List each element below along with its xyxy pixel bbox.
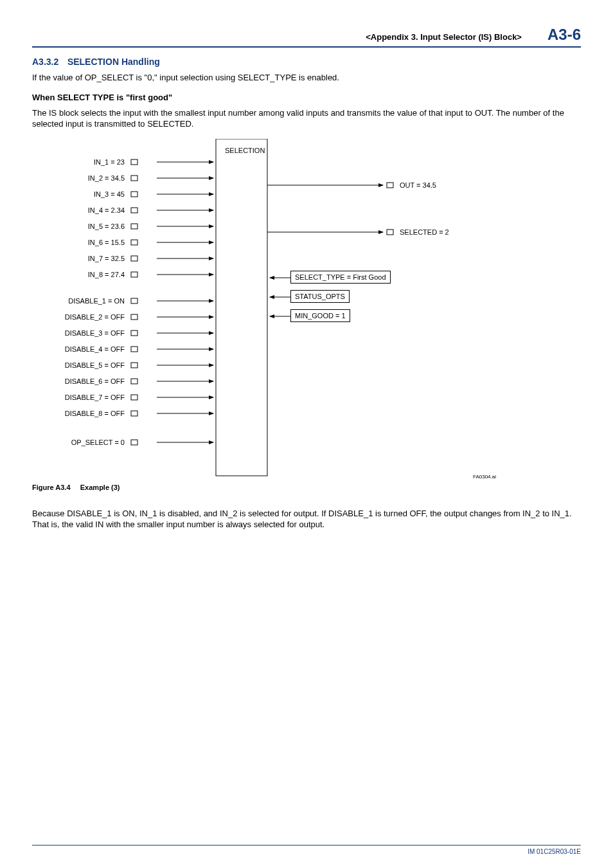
svg-rect-36 xyxy=(387,183,393,188)
disable-5-label: DISABLE_5 = OFF xyxy=(48,361,125,369)
header-page-number: A3-6 xyxy=(547,26,581,44)
svg-rect-15 xyxy=(131,272,138,277)
svg-rect-29 xyxy=(131,395,138,400)
intro-paragraph: If the value of OP_SELECT is "0," input … xyxy=(32,72,581,84)
selected-label: SELECTED = 2 xyxy=(400,228,449,236)
svg-rect-0 xyxy=(216,139,267,476)
selection-box-label: SELECTION xyxy=(225,147,265,154)
disable-6-label: DISABLE_6 = OFF xyxy=(48,377,125,385)
svg-rect-38 xyxy=(387,230,393,235)
svg-rect-25 xyxy=(131,363,138,368)
in-4-label: IN_4 = 2.34 xyxy=(48,206,125,214)
disable-1-label: DISABLE_1 = ON xyxy=(48,297,125,305)
image-reference: FA0304.ai xyxy=(473,474,496,480)
disable-8-label: DISABLE_8 = OFF xyxy=(48,410,125,417)
svg-rect-5 xyxy=(131,192,138,197)
svg-rect-21 xyxy=(131,330,138,336)
svg-rect-17 xyxy=(131,298,138,303)
min-good-box: MIN_GOOD = 1 xyxy=(290,309,350,322)
status-opts-box: STATUS_OPTS xyxy=(290,290,350,303)
section-title: SELECTION Handling xyxy=(67,57,160,67)
disable-3-label: DISABLE_3 = OFF xyxy=(48,329,125,337)
in-6-label: IN_6 = 15.5 xyxy=(48,239,125,246)
select-type-box: SELECT_TYPE = First Good xyxy=(290,271,391,284)
in-1-label: IN_1 = 23 xyxy=(48,158,125,166)
header-title: <Appendix 3. Input Selector (IS) Block> xyxy=(366,32,522,42)
svg-rect-13 xyxy=(131,256,138,261)
paragraph-3: Because DISABLE_1 is ON, IN_1 is disable… xyxy=(32,508,581,530)
in-3-label: IN_3 = 45 xyxy=(48,190,125,198)
figure-caption: Figure A3.4 Example (3) xyxy=(32,484,581,491)
svg-rect-7 xyxy=(131,208,138,213)
section-heading: A3.3.2 SELECTION Handling xyxy=(32,57,581,67)
svg-rect-33 xyxy=(131,440,138,445)
op-select-label: OP_SELECT = 0 xyxy=(48,439,125,446)
subheading: When SELECT TYPE is "first good" xyxy=(32,93,581,102)
disable-2-label: DISABLE_2 = OFF xyxy=(48,313,125,321)
in-2-label: IN_2 = 34.5 xyxy=(48,174,125,182)
page-header: <Appendix 3. Input Selector (IS) Block> … xyxy=(32,26,581,48)
out-label: OUT = 34.5 xyxy=(400,181,436,189)
svg-rect-27 xyxy=(131,379,138,384)
figure-caption-text: Example (3) xyxy=(80,484,120,491)
section-number: A3.3.2 xyxy=(32,57,58,67)
selection-diagram: SELECTION IN_1 = 23 IN_2 = 34.5 IN_3 = 4… xyxy=(35,139,497,480)
disable-7-label: DISABLE_7 = OFF xyxy=(48,393,125,401)
svg-rect-19 xyxy=(131,314,138,320)
paragraph-2: The IS block selects the input with the … xyxy=(32,107,581,130)
svg-rect-23 xyxy=(131,347,138,352)
disable-4-label: DISABLE_4 = OFF xyxy=(48,345,125,353)
svg-rect-31 xyxy=(131,411,138,416)
in-8-label: IN_8 = 27.4 xyxy=(48,271,125,278)
in-5-label: IN_5 = 23.6 xyxy=(48,222,125,230)
svg-rect-1 xyxy=(131,159,138,165)
svg-rect-9 xyxy=(131,224,138,229)
svg-rect-3 xyxy=(131,176,138,181)
in-7-label: IN_7 = 32.5 xyxy=(48,255,125,262)
svg-rect-11 xyxy=(131,240,138,245)
figure-caption-number: Figure A3.4 xyxy=(32,484,71,491)
